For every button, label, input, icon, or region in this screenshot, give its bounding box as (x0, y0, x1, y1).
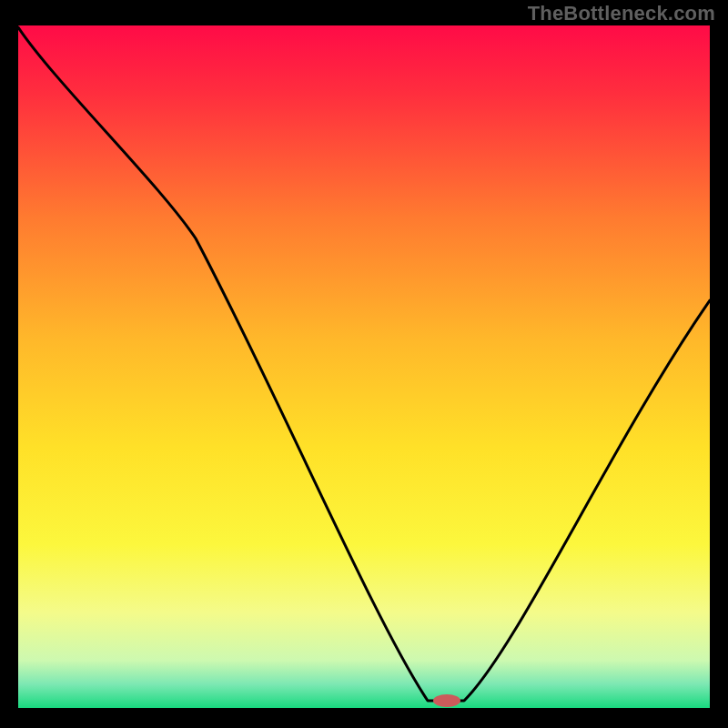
valley-marker (433, 694, 460, 707)
gradient-background (18, 25, 710, 708)
bottleneck-chart: TheBottleneck.com (0, 0, 728, 728)
plot-svg (0, 0, 728, 728)
watermark-text: TheBottleneck.com (528, 2, 715, 25)
